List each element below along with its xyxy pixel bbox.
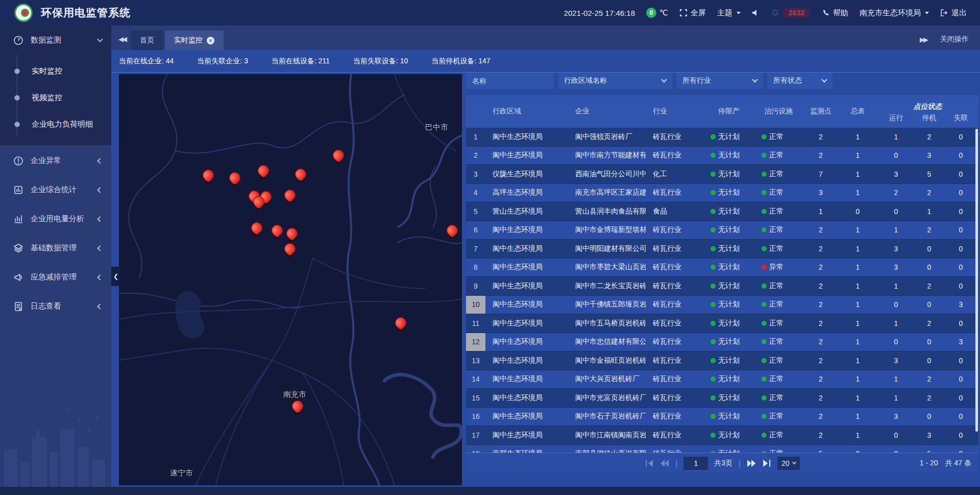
- table-row[interactable]: 2阆中生态环境局阆中市南方节能建材有砖瓦行业无计划正常21030: [466, 147, 978, 166]
- table-row[interactable]: 17阆中生态环境局阆中市江南镇阆南页岩砖瓦行业无计划正常21030: [466, 426, 978, 445]
- tab-实时监控[interactable]: 实时监控✕: [165, 31, 224, 50]
- first-page-button[interactable]: [645, 459, 654, 467]
- status-dot-icon: [710, 339, 716, 344]
- industry-filter-select[interactable]: 所有行业: [676, 73, 763, 89]
- cell: 1: [877, 221, 915, 240]
- status-dot-icon: [710, 265, 716, 270]
- map-marker-pin[interactable]: [202, 169, 213, 184]
- cell: 阆中生态环境局: [485, 333, 568, 351]
- chevron-down-icon: [752, 77, 757, 82]
- logout-button[interactable]: 退出: [940, 8, 967, 18]
- sound-toggle[interactable]: [752, 9, 760, 17]
- tab-首页[interactable]: 首页: [131, 31, 163, 50]
- cell: 化工: [646, 165, 703, 183]
- cell: 1: [839, 333, 877, 351]
- sidebar-item-1[interactable]: 企业异常: [0, 146, 111, 175]
- cell: 0: [877, 202, 915, 221]
- sidebar-item-3[interactable]: 企业用电量分析: [0, 204, 111, 233]
- notifications[interactable]: 2632: [771, 8, 811, 18]
- table-row[interactable]: 1阆中生态环境局阆中强锐页岩砖厂砖瓦行业无计划正常21120: [466, 128, 978, 147]
- map-marker-pin[interactable]: [253, 196, 264, 211]
- facility-status: 正常: [754, 389, 803, 407]
- prev-page-button[interactable]: [660, 459, 669, 467]
- cell: 1: [877, 370, 915, 389]
- sidebar-item-4[interactable]: 基础数据管理: [0, 233, 111, 263]
- status-label: 异常: [769, 263, 783, 272]
- status-filter-select[interactable]: 所有状态: [767, 73, 832, 89]
- map-marker-pin[interactable]: [229, 172, 240, 187]
- tab-close-icon[interactable]: ✕: [207, 37, 214, 44]
- map-marker-pin[interactable]: [286, 227, 297, 243]
- region-filter-select[interactable]: 行政区域名称: [558, 73, 672, 89]
- next-page-button[interactable]: [747, 459, 756, 467]
- cell: 3: [877, 408, 915, 426]
- map-marker-pin[interactable]: [332, 149, 344, 164]
- close-operations-button[interactable]: 关闭操作: [940, 35, 969, 44]
- sidebar-item-5[interactable]: 应急减排管理: [0, 263, 111, 292]
- tab-scroll-right-icon[interactable]: ▶▶: [920, 36, 927, 43]
- cell: 16: [466, 408, 485, 426]
- sidebar-subitem-1[interactable]: 视频监控: [0, 84, 111, 111]
- cell: 0: [943, 221, 978, 240]
- table-row[interactable]: 18南部生态环境局南部县砌佳山页岩有限公砖瓦行业无计划正常52050: [466, 445, 978, 453]
- name-input[interactable]: [472, 77, 548, 85]
- sidebar-item-6[interactable]: 日志查看: [0, 292, 111, 321]
- table-row[interactable]: 10阆中生态环境局阆中千佛镇五郎垭页岩砖瓦行业无计划正常21003: [466, 296, 978, 315]
- map-marker-pin[interactable]: [271, 224, 282, 240]
- map-marker-pin[interactable]: [284, 189, 295, 204]
- cell: 砖瓦行业: [646, 351, 703, 370]
- org-menu[interactable]: 南充市生态环境局: [860, 8, 929, 18]
- map-marker-pin[interactable]: [251, 222, 262, 237]
- page-size-select[interactable]: 20: [777, 457, 800, 470]
- table-row[interactable]: 4高坪生态环境局南充市高坪区王家店建砖瓦行业无计划正常31220: [466, 184, 978, 203]
- status-dot-icon: [762, 433, 767, 438]
- table-row[interactable]: 12阆中生态环境局阆中市忠信建材有限公砖瓦行业无计划正常21003: [466, 333, 978, 352]
- map-city-label: 巴中市: [425, 123, 448, 132]
- map-panel[interactable]: 巴中市南充市遂宁市: [119, 74, 462, 485]
- sidebar-subitem-2[interactable]: 企业电力负荷明细: [0, 111, 111, 137]
- tab-scroll-left-icon[interactable]: ◀◀: [111, 35, 131, 50]
- cell: 5: [466, 202, 485, 221]
- table-row[interactable]: 14阆中生态环境局阆中大兴页岩机砖厂砖瓦行业无计划正常21120: [466, 370, 978, 389]
- map-marker-pin[interactable]: [395, 317, 406, 332]
- map-marker-pin[interactable]: [295, 168, 306, 183]
- cell: 3: [803, 184, 839, 202]
- cell: 2: [803, 277, 839, 295]
- sidebar-item-2[interactable]: 企业综合统计: [0, 175, 111, 204]
- sidebar-collapse-handle[interactable]: ❮: [111, 267, 120, 286]
- name-filter-input[interactable]: [466, 73, 554, 89]
- status-dot-icon: [762, 265, 767, 270]
- last-page-button[interactable]: [762, 459, 771, 467]
- cell: 1: [839, 128, 877, 146]
- table-row[interactable]: 8阆中生态环境局阆中市枣碧大梁山页岩砖瓦行业无计划异常21300: [466, 258, 978, 277]
- table-row[interactable]: 3仪陇生态环境局西南油气田分公司川中化工无计划正常71350: [466, 165, 978, 184]
- cell: 阆中市金福旺页岩机砖: [568, 351, 646, 370]
- sidebar-subitem-0[interactable]: 实时监控: [0, 58, 111, 84]
- map-marker-pin[interactable]: [446, 224, 457, 240]
- table-row[interactable]: 16阆中生态环境局阆中市石子页岩机砖厂砖瓦行业无计划正常21300: [466, 408, 978, 427]
- status-dot-icon: [762, 172, 767, 177]
- help-button[interactable]: 帮助: [822, 8, 848, 18]
- map-marker-pin[interactable]: [257, 164, 268, 180]
- status-label: 无计划: [718, 244, 740, 253]
- status-dot-icon: [710, 227, 716, 232]
- table-row[interactable]: 6阆中生态环境局阆中市金博瑞新型墙材砖瓦行业无计划正常21120: [466, 221, 978, 240]
- table-row[interactable]: 13阆中生态环境局阆中市金福旺页岩机砖砖瓦行业无计划正常21300: [466, 351, 978, 370]
- sidebar-item-0[interactable]: 数据监测: [0, 26, 111, 55]
- status-label: 正常: [769, 151, 783, 160]
- cell: 15: [466, 389, 485, 407]
- table-row[interactable]: 11阆中生态环境局阆中市五马桥页岩机砖砖瓦行业无计划正常21120: [466, 314, 978, 333]
- sub-col-header-0: 运行: [877, 111, 915, 128]
- table-row[interactable]: 5营山生态环境局营山县润丰肉食品有限食品无计划正常10010: [466, 202, 978, 221]
- table-row[interactable]: 9阆中生态环境局阆中市二龙长宝页岩砖砖瓦行业无计划正常21120: [466, 277, 978, 296]
- table-row[interactable]: 7阆中生态环境局阆中明阳建材有限公司砖瓦行业无计划正常21300: [466, 240, 978, 258]
- status-label: 正常: [769, 188, 783, 197]
- map-marker-pin[interactable]: [284, 243, 295, 258]
- cell: 砖瓦行业: [646, 426, 703, 444]
- table-scrollbar[interactable]: [975, 129, 978, 432]
- fullscreen-button[interactable]: 全屏: [679, 8, 706, 18]
- map-marker-pin[interactable]: [291, 400, 303, 415]
- theme-menu[interactable]: 主题: [717, 8, 741, 18]
- page-number-input[interactable]: 1: [683, 457, 708, 470]
- table-row[interactable]: 15阆中生态环境局阆中市光富页岩机砖厂砖瓦行业无计划正常21120: [466, 389, 978, 408]
